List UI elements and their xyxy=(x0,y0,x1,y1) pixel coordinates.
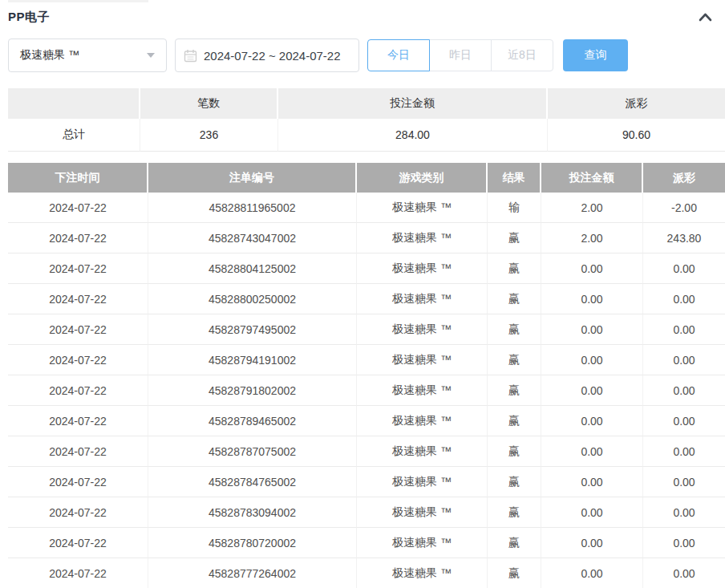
cell-payout: 0.00 xyxy=(643,406,725,436)
pp-electronic-panel: PP电子 极速糖果 ™ 2024-07-22 ~ 202 xyxy=(0,0,725,588)
cell-result: 赢 xyxy=(488,497,541,528)
summary-total-bet-amount: 284.00 xyxy=(278,119,548,152)
table-row: 2024-07-2245828743047002极速糖果 ™赢2.00243.8… xyxy=(8,223,725,253)
cell-result: 赢 xyxy=(488,314,541,345)
cell-result: 赢 xyxy=(488,345,541,375)
cell-payout: 0.00 xyxy=(643,284,725,314)
date-range-value: 2024-07-22 ~ 2024-07-22 xyxy=(204,49,341,63)
cell-bet-amount: 0.00 xyxy=(541,497,643,528)
table-row: 2024-07-2245828794191002极速糖果 ™赢0.000.00 xyxy=(8,345,725,375)
cell-bet-id: 45828787075002 xyxy=(148,436,357,467)
cell-bet-id: 45828797495002 xyxy=(148,314,357,345)
cell-payout: 0.00 xyxy=(643,497,725,528)
table-row: 2024-07-2245828787075002极速糖果 ™赢0.000.00 xyxy=(8,436,725,467)
cell-bet-time: 2024-07-22 xyxy=(8,467,148,497)
cell-bet-time: 2024-07-22 xyxy=(8,193,148,223)
cell-bet-amount: 0.00 xyxy=(541,558,643,588)
cell-bet-time: 2024-07-22 xyxy=(8,345,148,375)
records-header-row: 下注时间注单编号游戏类别结果投注金额派彩 xyxy=(8,163,725,193)
cell-game-type: 极速糖果 ™ xyxy=(357,406,488,436)
cell-bet-time: 2024-07-22 xyxy=(8,436,148,467)
table-row: 2024-07-2245828780720002极速糖果 ™赢0.000.00 xyxy=(8,528,725,558)
cell-bet-amount: 0.00 xyxy=(541,345,643,375)
summary-total-count: 236 xyxy=(140,119,278,152)
table-row: 2024-07-2245828797495002极速糖果 ™赢0.000.00 xyxy=(8,314,725,345)
cell-result: 赢 xyxy=(488,284,541,314)
summary-header-payout: 派彩 xyxy=(548,88,725,119)
records-header-bet-id: 注单编号 xyxy=(148,163,357,193)
query-button[interactable]: 查询 xyxy=(563,39,628,71)
cell-game-type: 极速糖果 ™ xyxy=(357,467,488,497)
cell-bet-time: 2024-07-22 xyxy=(8,223,148,253)
summary-total-payout: 90.60 xyxy=(548,119,725,152)
cell-payout: 0.00 xyxy=(643,345,725,375)
table-row: 2024-07-2245828783094002极速糖果 ™赢0.000.00 xyxy=(8,497,725,528)
summary-header-count: 笔数 xyxy=(140,88,278,119)
quick-range-yesterday-button[interactable]: 昨日 xyxy=(429,39,492,71)
cell-bet-time: 2024-07-22 xyxy=(8,528,148,558)
cell-result: 赢 xyxy=(488,253,541,284)
cell-payout: 243.80 xyxy=(643,223,725,253)
cell-bet-amount: 0.00 xyxy=(541,406,643,436)
cell-bet-id: 45828804125002 xyxy=(148,253,357,284)
cell-game-type: 极速糖果 ™ xyxy=(357,253,488,284)
cropped-element-edge xyxy=(8,0,148,2)
cell-game-type: 极速糖果 ™ xyxy=(357,314,488,345)
summary-total-label: 总计 xyxy=(8,119,140,152)
records-header-bet-amount: 投注金额 xyxy=(541,163,643,193)
game-select[interactable]: 极速糖果 ™ xyxy=(8,39,167,72)
cell-bet-id: 45828777264002 xyxy=(148,558,357,588)
filter-bar: 极速糖果 ™ 2024-07-22 ~ 2024-07-22 今日昨日近8日 查… xyxy=(8,39,628,72)
cell-result: 赢 xyxy=(488,558,541,588)
cell-payout: 0.00 xyxy=(643,375,725,406)
cell-bet-amount: 0.00 xyxy=(541,436,643,467)
cell-result: 赢 xyxy=(488,436,541,467)
records-table: 下注时间注单编号游戏类别结果投注金额派彩 2024-07-22458288119… xyxy=(8,163,725,588)
cell-game-type: 极速糖果 ™ xyxy=(357,193,488,223)
cell-result: 赢 xyxy=(488,375,541,406)
records-table-body: 2024-07-2245828811965002极速糖果 ™输2.00-2.00… xyxy=(8,193,725,588)
date-range-input[interactable]: 2024-07-22 ~ 2024-07-22 xyxy=(175,39,359,72)
cell-game-type: 极速糖果 ™ xyxy=(357,345,488,375)
page-title: PP电子 xyxy=(8,10,50,25)
chevron-down-icon xyxy=(147,53,155,58)
records-header-payout: 派彩 xyxy=(643,163,725,193)
cell-game-type: 极速糖果 ™ xyxy=(357,528,488,558)
cell-game-type: 极速糖果 ™ xyxy=(357,223,488,253)
cell-game-type: 极速糖果 ™ xyxy=(357,284,488,314)
cell-bet-id: 45828794191002 xyxy=(148,345,357,375)
cell-result: 赢 xyxy=(488,467,541,497)
cell-game-type: 极速糖果 ™ xyxy=(357,497,488,528)
cell-bet-id: 45828791802002 xyxy=(148,375,357,406)
cell-payout: 0.00 xyxy=(643,467,725,497)
collapse-chevron-up-icon[interactable] xyxy=(697,11,714,23)
quick-range-group: 今日昨日近8日 xyxy=(367,39,553,71)
table-row: 2024-07-2245828811965002极速糖果 ™输2.00-2.00 xyxy=(8,193,725,223)
cell-payout: 0.00 xyxy=(643,558,725,588)
cell-bet-amount: 2.00 xyxy=(541,223,643,253)
cell-bet-time: 2024-07-22 xyxy=(8,497,148,528)
cell-bet-amount: 0.00 xyxy=(541,375,643,406)
cell-payout: 0.00 xyxy=(643,314,725,345)
cell-bet-time: 2024-07-22 xyxy=(8,406,148,436)
summary-table: 笔数 投注金额 派彩 总计 236 284.00 90.60 xyxy=(8,88,725,152)
cell-game-type: 极速糖果 ™ xyxy=(357,558,488,588)
cell-bet-time: 2024-07-22 xyxy=(8,284,148,314)
cell-game-type: 极速糖果 ™ xyxy=(357,436,488,467)
table-row: 2024-07-2245828800250002极速糖果 ™赢0.000.00 xyxy=(8,284,725,314)
quick-range-today-button[interactable]: 今日 xyxy=(367,39,430,71)
cell-bet-time: 2024-07-22 xyxy=(8,558,148,588)
quick-range-last8days-button[interactable]: 近8日 xyxy=(491,39,553,71)
cell-result: 输 xyxy=(488,193,541,223)
summary-header-blank xyxy=(8,88,140,119)
cell-bet-id: 45828780720002 xyxy=(148,528,357,558)
game-select-value: 极速糖果 ™ xyxy=(20,48,79,63)
cell-payout: -2.00 xyxy=(643,193,725,223)
cell-result: 赢 xyxy=(488,406,541,436)
calendar-icon xyxy=(184,49,197,63)
panel-header: PP电子 xyxy=(8,8,717,26)
table-row: 2024-07-2245828784765002极速糖果 ™赢0.000.00 xyxy=(8,467,725,497)
cell-result: 赢 xyxy=(488,528,541,558)
cell-payout: 0.00 xyxy=(643,528,725,558)
cell-payout: 0.00 xyxy=(643,436,725,467)
